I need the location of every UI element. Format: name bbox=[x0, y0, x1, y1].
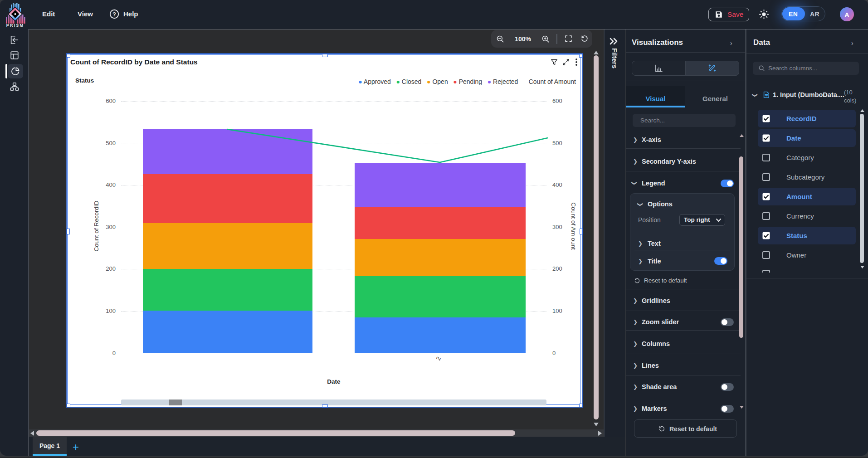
svg-text:?: ? bbox=[112, 11, 116, 18]
svg-text:PRISM: PRISM bbox=[6, 23, 24, 28]
